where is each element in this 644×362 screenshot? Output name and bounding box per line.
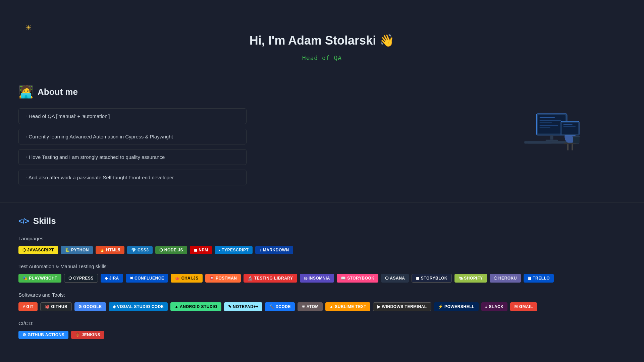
svg-rect-15 [572,144,573,150]
skills-header: </> Skills [18,216,626,226]
svg-rect-8 [546,140,558,141]
about-card-4: And also after work a passionate Self-ta… [18,170,247,185]
badge-nodejs[interactable]: ⬡ NODE.JS [155,246,187,254]
about-card-2: Currently learning Advanced Automation i… [18,129,247,144]
svg-rect-19 [564,126,576,127]
svg-rect-7 [550,135,553,140]
svg-rect-2 [540,117,555,118]
badge-shopify[interactable]: 🛍 SHOPIFY [454,274,487,283]
svg-rect-6 [540,127,550,128]
about-title: About me [38,87,78,97]
badge-cypress[interactable]: ⬡ CYPRESS [64,274,98,283]
badge-powershell[interactable]: ⚡ POWERSHELL [434,302,479,311]
badge-jenkins[interactable]: 🏺 JENKINS [71,331,104,339]
svg-rect-4 [540,122,552,123]
badge-javascript[interactable]: ⬡ JAVASCRIPT [18,246,58,254]
tools-label: Softwares and Tools: [18,292,626,298]
badge-slack[interactable]: # SLACK [481,302,508,311]
testing-label: Test Automation & Manual Testing skills: [18,263,626,269]
badge-playwright[interactable]: 🎭 PLAYWRIGHT [18,274,61,283]
badge-storyblok[interactable]: ◼ STORYBLOK [412,274,452,283]
badge-atom[interactable]: ⚛ ATOM [298,302,323,311]
badge-postman[interactable]: 📮 POSTMAN [205,274,241,283]
badge-confluence[interactable]: ✖ CONFLUENCE [126,274,168,283]
testing-badges: 🎭 PLAYWRIGHT ⬡ CYPRESS ◆ JIRA ✖ CONFLUEN… [18,274,626,283]
badge-jira[interactable]: ◆ JIRA [101,274,123,283]
about-icon: 🧑‍💻 [18,85,34,99]
badge-asana[interactable]: ⬡ ASANA [381,274,409,283]
badge-testing-library[interactable]: 🔬 TESTING LIBRARY [244,274,297,283]
badge-github[interactable]: 🐙 GITHUB [40,302,72,311]
badge-python[interactable]: 🐍 PYTHON [61,246,93,254]
badge-google[interactable]: G GOOGLE [74,302,106,311]
badge-typescript[interactable]: ▪ TYPESCRIPT [215,246,253,254]
languages-label: Languages: [18,236,626,241]
hero-title: Hi, I'm Adam Stolarski 👋 [0,34,644,48]
cicd-subsection: CI/CD: ⚙ GITHUB ACTIONS 🏺 JENKINS [18,320,626,339]
badge-heroku[interactable]: ⬡ HEROKU [490,274,521,283]
languages-badges: ⬡ JAVASCRIPT 🐍 PYTHON 🔥 HTML5 💎 CSS3 ⬡ N… [18,246,626,254]
about-content: Head of QA ['manual' + 'automation'] Cur… [18,108,626,185]
skills-section: </> Skills Languages: ⬡ JAVASCRIPT 🐍 PYT… [0,209,644,362]
badge-windows-terminal[interactable]: ▶ WINDOWS TERMINAL [373,302,431,311]
languages-subsection: Languages: ⬡ JAVASCRIPT 🐍 PYTHON 🔥 HTML5… [18,236,626,254]
section-divider [0,202,644,202]
hero-subtitle: Head of QA [0,54,644,61]
about-section: 🧑‍💻 About me Head of QA ['manual' + 'aut… [0,75,644,195]
about-card-3: I love Testing and I am strongly attache… [18,149,247,165]
tools-subsection: Softwares and Tools: ⑂ GIT 🐙 GITHUB G GO… [18,292,626,311]
svg-rect-5 [540,125,558,126]
svg-rect-17 [562,123,578,134]
badge-gmail[interactable]: M GMAIL [510,302,537,311]
testing-subsection: Test Automation & Manual Testing skills:… [18,263,626,283]
badge-github-actions[interactable]: ⚙ GITHUB ACTIONS [18,331,68,339]
skills-title: Skills [33,216,56,226]
theme-toggle-icon[interactable]: ☀ [25,23,32,32]
badge-git[interactable]: ⑂ GIT [18,302,38,311]
badge-vscode[interactable]: ◈ VISUAL STUDIO CODE [109,302,168,311]
badge-insomnia[interactable]: ◎ INSOMNIA [300,274,334,283]
badge-html5[interactable]: 🔥 HTML5 [96,246,124,254]
about-header: 🧑‍💻 About me [18,85,626,99]
badge-notepad[interactable]: ✎ NOTEPAD++ [224,302,263,311]
about-card-1: Head of QA ['manual' + 'automation'] [18,108,247,124]
badge-trello[interactable]: ▦ TRELLO [524,274,554,283]
desk-illustration [518,108,585,162]
tools-badges: ⑂ GIT 🐙 GITHUB G GOOGLE ◈ VISUAL STUDIO … [18,302,626,311]
code-icon: </> [18,217,29,226]
badge-sublime-text[interactable]: ▲ SUBLIME TEXT [325,302,370,311]
svg-rect-3 [540,120,561,121]
cicd-badges: ⚙ GITHUB ACTIONS 🏺 JENKINS [18,331,626,339]
svg-rect-22 [573,136,580,137]
badge-css3[interactable]: 💎 CSS3 [127,246,153,254]
badge-npm[interactable]: ◼ NPM [190,246,212,254]
hero-section: Hi, I'm Adam Stolarski 👋 Head of QA [0,0,644,75]
svg-rect-21 [573,137,579,143]
badge-xcode[interactable]: 🔨 XCODE [265,302,295,311]
svg-rect-14 [567,144,569,150]
badge-chaijs[interactable]: 🫖 CHAI.JS [171,274,202,283]
cicd-label: CI/CD: [18,320,626,326]
badge-android-studio[interactable]: ▲ ANDROID STUDIO [170,302,221,311]
badge-storybook[interactable]: 📖 STORYBOOK [337,274,379,283]
badge-markdown[interactable]: ↓ MARKDOWN [255,246,293,254]
svg-rect-20 [527,141,552,143]
svg-rect-18 [564,124,573,125]
about-cards: Head of QA ['manual' + 'automation'] Cur… [18,108,247,185]
